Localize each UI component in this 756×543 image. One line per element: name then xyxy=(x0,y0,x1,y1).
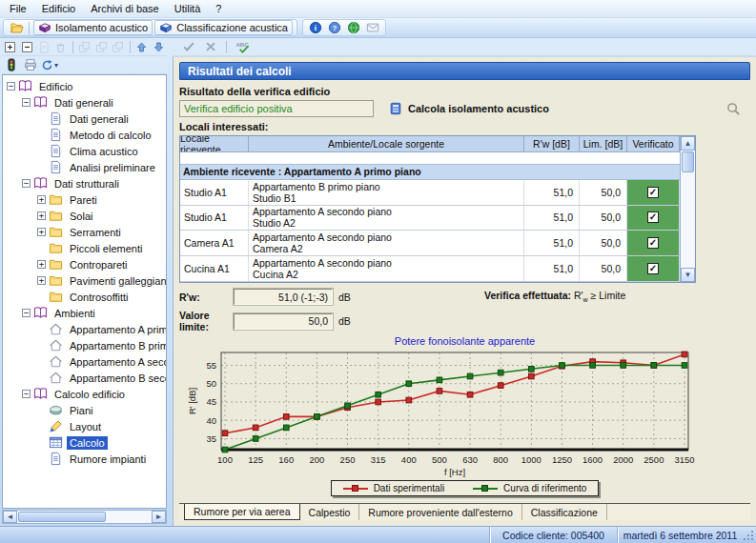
tree-item-calcolo[interactable]: Calcolo xyxy=(3,434,166,451)
tree-item-piani[interactable]: Piani xyxy=(3,402,166,418)
tree-item-ambienti[interactable]: −Ambienti xyxy=(3,305,166,321)
tree-item-layout[interactable]: Layout xyxy=(3,418,166,434)
application-window: File Edificio Archivi di base Utilità ? … xyxy=(0,0,756,543)
tree-item-edificio[interactable]: −Edificio xyxy=(3,78,166,94)
tab-rumore-esterno[interactable]: Rumore proveniente dall'esterno xyxy=(359,504,521,520)
folder-icon xyxy=(49,273,63,288)
tree-item-rumore-impianti[interactable]: Rumore impianti xyxy=(3,451,166,467)
tree-item-contropareti[interactable]: +Contropareti xyxy=(3,256,166,272)
confirm-button[interactable] xyxy=(180,39,197,54)
menu-file[interactable]: File xyxy=(2,1,34,16)
resize-grip[interactable] xyxy=(743,527,756,543)
scrollbar-thumb[interactable] xyxy=(682,151,694,172)
col-lim[interactable]: Lim. [dB] xyxy=(580,136,627,152)
verified-checkbox[interactable]: ✓ xyxy=(647,263,659,274)
traffic-light-button[interactable] xyxy=(3,57,20,72)
col-ambiente-sorgente[interactable]: Ambiente/Locale sorgente xyxy=(249,136,524,152)
table-row[interactable]: Studio A1 Appartamento A secondo pianoSt… xyxy=(180,206,680,231)
paste-button[interactable] xyxy=(111,39,126,54)
tree-horizontal-scrollbar[interactable]: ◄ ► xyxy=(2,510,167,524)
info-button[interactable] xyxy=(307,20,324,35)
print-button[interactable] xyxy=(22,57,39,72)
scroll-right-icon[interactable]: ► xyxy=(152,511,166,523)
new-item-button[interactable] xyxy=(36,39,51,54)
menu-help[interactable]: ? xyxy=(208,1,229,16)
collapse-all-button[interactable] xyxy=(20,39,35,54)
tree-item-controsoffitti[interactable]: Controsoffitti xyxy=(3,289,166,305)
expand-expander-icon[interactable]: + xyxy=(37,260,46,269)
tree-item-metodo-di-calcolo[interactable]: Metodo di calcolo xyxy=(3,127,166,143)
classificazione-acustica-button[interactable]: Classificazione acustica xyxy=(154,20,293,35)
tree-item-analisi-preliminare[interactable]: Analisi preliminare xyxy=(3,159,166,175)
expand-expander-icon[interactable]: + xyxy=(37,211,46,220)
delete-item-button[interactable] xyxy=(53,39,69,54)
refresh-dropdown-icon[interactable]: ▾ xyxy=(54,61,58,70)
scrollbar-thumb[interactable] xyxy=(18,512,106,522)
refresh-button[interactable]: ▾ xyxy=(41,57,58,72)
copy-button[interactable] xyxy=(77,39,92,54)
tab-calpestio[interactable]: Calpestio xyxy=(300,504,360,520)
tree-item-appartamento-b-primo-piano[interactable]: Appartamento B primo piano xyxy=(3,337,166,353)
client-code-status: Codice cliente: 005400 xyxy=(489,527,617,543)
tab-classificazione[interactable]: Classificazione xyxy=(522,504,607,520)
magnifier-icon[interactable] xyxy=(726,102,741,116)
web-button[interactable] xyxy=(345,20,362,35)
cancel-button[interactable] xyxy=(202,39,219,54)
green-series-marker-icon xyxy=(473,488,498,490)
isolamento-acustico-button[interactable]: Isolamento acustico xyxy=(33,20,153,35)
help-button[interactable] xyxy=(326,20,343,35)
result-field[interactable]: Verifica edificio positiva xyxy=(179,100,374,117)
tree-item-pareti[interactable]: +Pareti xyxy=(3,191,166,208)
spellcheck-button[interactable] xyxy=(234,39,251,54)
calcola-isolamento-button[interactable]: Calcola isolamento acustico xyxy=(389,102,549,115)
scroll-up-icon[interactable]: ▲ xyxy=(681,136,695,151)
locali-table: Locale ricevente Ambiente/Locale sorgent… xyxy=(179,135,696,283)
table-row[interactable]: Studio A1 Appartamento B primo pianoStud… xyxy=(180,180,680,206)
isolamento-acustico-label: Isolamento acustico xyxy=(55,22,148,33)
tree-item-appartamento-b-secondo-piano[interactable]: Appartamento B secondo piano xyxy=(3,370,166,386)
collapse-expander-icon[interactable]: − xyxy=(22,98,31,107)
menu-edificio[interactable]: Edificio xyxy=(34,1,83,16)
open-folder-button[interactable] xyxy=(8,20,25,35)
collapse-expander-icon[interactable]: − xyxy=(22,309,31,317)
edit-toolbar xyxy=(173,38,756,56)
expand-expander-icon[interactable]: + xyxy=(37,195,46,204)
tree-item-clima-acustico[interactable]: Clima acustico xyxy=(3,143,166,159)
move-down-button[interactable] xyxy=(151,39,166,54)
tree-item-piccoli-elementi[interactable]: Piccoli elementi xyxy=(3,240,166,256)
verified-checkbox[interactable]: ✓ xyxy=(647,237,659,249)
move-up-button[interactable] xyxy=(134,39,150,54)
menu-utilita[interactable]: Utilità xyxy=(167,1,209,16)
collapse-expander-icon[interactable]: − xyxy=(7,82,15,90)
mail-button[interactable] xyxy=(364,20,381,35)
duplicate-button[interactable] xyxy=(93,39,109,54)
collapse-expander-icon[interactable]: − xyxy=(22,390,31,398)
tree-item-dati-strutturali[interactable]: −Dati strutturali xyxy=(3,175,166,191)
tree-item-solai[interactable]: +Solai xyxy=(3,208,166,224)
expand-expander-icon[interactable]: + xyxy=(37,228,46,236)
tree-item-appartamento-a-secondo-piano[interactable]: Appartamento A secondo piano xyxy=(3,353,166,370)
expand-expander-icon[interactable]: + xyxy=(37,276,46,285)
folder-icon xyxy=(49,209,63,223)
collapse-expander-icon[interactable]: − xyxy=(22,179,31,188)
verified-checkbox[interactable]: ✓ xyxy=(647,187,659,198)
col-verificato[interactable]: Verificato xyxy=(627,136,680,152)
scroll-down-icon[interactable]: ▼ xyxy=(681,268,695,282)
expand-all-button[interactable] xyxy=(3,39,18,54)
tree-item-appartamento-a-primo-piano[interactable]: Appartamento A primo piano xyxy=(3,321,166,337)
tree-item-pavimenti-galleggianti[interactable]: +Pavimenti galleggianti xyxy=(3,272,166,289)
verified-checkbox[interactable]: ✓ xyxy=(647,211,659,223)
table-row[interactable]: Camera A1 Appartamento A secondo pianoCa… xyxy=(180,231,680,256)
tree-item-dati-generali[interactable]: Dati generali xyxy=(3,111,166,127)
menu-archivi-di-base[interactable]: Archivi di base xyxy=(83,1,167,16)
col-locale-ricevente[interactable]: Locale ricevente xyxy=(180,136,249,152)
col-rw[interactable]: R'w [dB] xyxy=(524,136,580,152)
tab-rumore-per-via-aerea[interactable]: Rumore per via aerea xyxy=(184,504,300,520)
tree-item-serramenti[interactable]: +Serramenti xyxy=(3,224,166,240)
tree-item-dati-generali-group[interactable]: −Dati generali xyxy=(3,94,166,111)
table-vertical-scrollbar[interactable]: ▲ ▼ xyxy=(680,136,695,282)
chart-legend: Dati sperimentali Curva di riferimento xyxy=(331,480,600,496)
table-row[interactable]: Cucina A1 Appartamento A secondo pianoCu… xyxy=(180,256,680,282)
tree-item-calcolo-edificio[interactable]: −Calcolo edificio xyxy=(3,386,166,402)
scroll-left-icon[interactable]: ◄ xyxy=(3,511,17,523)
